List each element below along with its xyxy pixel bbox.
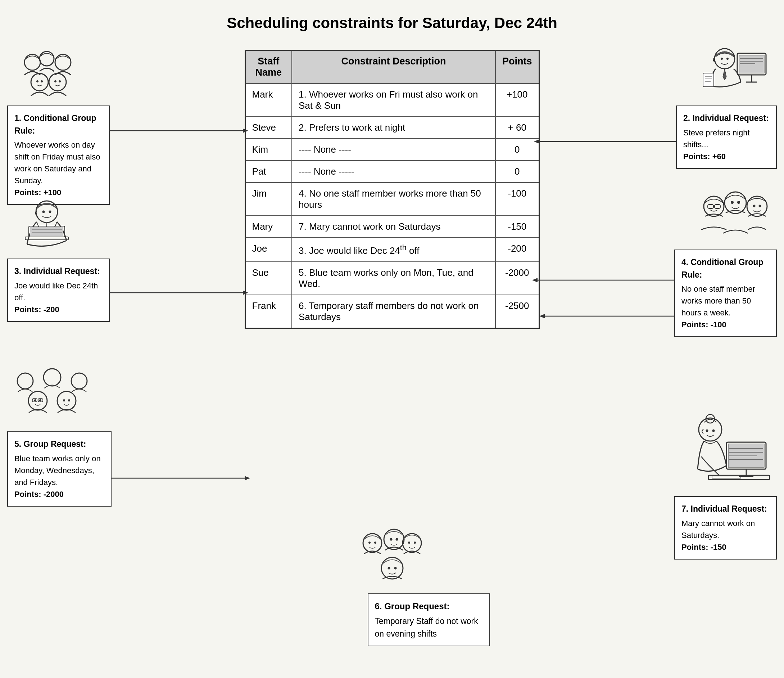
constraint-frank: 6. Temporary staff members do not work o… — [292, 295, 495, 328]
box5-text: Blue team works only on Monday, Wednesda… — [14, 453, 104, 488]
svg-point-72 — [403, 534, 421, 552]
svg-point-19 — [721, 58, 723, 60]
points-sue: -2000 — [495, 262, 539, 295]
arrow-box2-steve — [532, 136, 676, 147]
box2: 2. Individual Request: Steve prefers nig… — [676, 106, 777, 169]
svg-point-29 — [49, 210, 51, 213]
illustration-bottom-left — [11, 359, 93, 428]
svg-point-42 — [731, 201, 734, 204]
staff-name-kim: Kim — [245, 139, 292, 161]
illustration-top-left — [11, 42, 83, 104]
box7-text: Mary cannot work on Saturdays. — [681, 517, 770, 541]
box2-points: Points: +60 — [683, 151, 770, 162]
svg-point-51 — [17, 373, 33, 389]
svg-rect-21 — [703, 73, 714, 87]
man-computer-svg — [698, 42, 773, 104]
svg-point-45 — [753, 205, 756, 207]
svg-point-7 — [54, 80, 56, 83]
staff-name-mark: Mark — [245, 84, 292, 117]
box6-text: Temporary Staff do not work on evening s… — [375, 615, 483, 640]
svg-marker-64 — [245, 476, 250, 480]
page-title: Scheduling constraints for Saturday, Dec… — [0, 0, 784, 42]
box7: 7. Individual Request: Mary cannot work … — [674, 496, 777, 560]
staff-name-joe: Joe — [245, 238, 292, 262]
illustration-top-right — [698, 42, 773, 104]
table-row: Mary 7. Mary cannot work on Saturdays -1… — [245, 216, 539, 238]
schedule-table-container: StaffName Constraint Description Points … — [245, 50, 540, 329]
svg-point-91 — [712, 430, 715, 432]
box4-title: 4. Conditional Group Rule: — [681, 256, 770, 281]
points-steve: + 60 — [495, 117, 539, 139]
svg-point-77 — [394, 567, 397, 570]
constraint-joe: 3. Joe would like Dec 24th off — [292, 238, 495, 262]
svg-rect-12 — [739, 55, 764, 73]
svg-point-73 — [408, 542, 410, 544]
svg-point-88 — [699, 418, 722, 441]
staff-name-frank: Frank — [245, 295, 292, 328]
svg-point-55 — [57, 391, 76, 410]
box1-title: 1. Conditional Group Rule: — [14, 112, 103, 137]
box3-points: Points: -200 — [14, 304, 103, 315]
group-center-svg — [353, 521, 432, 586]
box3-text: Joe would like Dec 24th off. — [14, 280, 103, 304]
schedule-table: StaffName Constraint Description Points … — [245, 50, 540, 329]
table-row: Frank 6. Temporary staff members do not … — [245, 295, 539, 328]
svg-point-68 — [374, 542, 376, 544]
svg-point-4 — [49, 73, 66, 91]
table-row: Jim 4. No one staff member works more th… — [245, 182, 539, 216]
box6: 6. Group Request: Temporary Staff do not… — [368, 593, 490, 646]
svg-rect-32 — [30, 227, 63, 236]
box5-points: Points: -2000 — [14, 488, 104, 500]
constraint-jim: 4. No one staff member works more than 5… — [292, 182, 495, 216]
box4: 4. Conditional Group Rule: No one staff … — [674, 249, 777, 337]
staff-name-steve: Steve — [245, 117, 292, 139]
svg-point-90 — [706, 430, 708, 432]
points-frank: -2500 — [495, 295, 539, 328]
box7-points: Points: -150 — [681, 541, 770, 553]
box1-text: Whoever works on day shift on Friday mus… — [14, 139, 103, 187]
svg-point-59 — [68, 399, 70, 402]
arrow-box3-joe — [110, 287, 254, 298]
table-row: Pat ---- None ----- 0 — [245, 161, 539, 182]
constraint-pat: ---- None ----- — [292, 161, 495, 182]
arrow-box5-sue — [112, 473, 255, 483]
svg-rect-38 — [708, 204, 714, 209]
staff-name-sue: Sue — [245, 262, 292, 295]
points-mary: -150 — [495, 216, 539, 238]
svg-rect-30 — [25, 237, 68, 240]
box3-title: 3. Individual Request: — [14, 265, 103, 277]
svg-point-2 — [55, 55, 71, 70]
svg-point-0 — [25, 55, 40, 70]
box6-title: 6. Group Request: — [375, 600, 483, 613]
illustration-mid-right — [694, 183, 773, 248]
svg-point-8 — [59, 80, 61, 83]
col-header-staff: StaffName — [245, 50, 292, 84]
col-header-constraint: Constraint Description — [292, 50, 495, 84]
svg-point-5 — [36, 80, 39, 83]
points-joe: -200 — [495, 238, 539, 262]
points-pat: 0 — [495, 161, 539, 182]
svg-point-6 — [40, 80, 43, 83]
arrow-box4-jim — [530, 275, 674, 285]
svg-point-58 — [63, 399, 65, 402]
constraint-kim: ---- None ---- — [292, 139, 495, 161]
table-row: Kim ---- None ---- 0 — [245, 139, 539, 161]
svg-point-46 — [759, 205, 761, 207]
box3: 3. Individual Request: Joe would like De… — [7, 259, 110, 322]
box4-points: Points: -100 — [681, 319, 770, 330]
box2-text: Steve prefers night shifts... — [683, 127, 770, 151]
constraint-sue: 5. Blue team works only on Mon, Tue, and… — [292, 262, 495, 295]
constraint-mark: 1. Whoever works on Fri must also work o… — [292, 84, 495, 117]
svg-point-75 — [381, 557, 403, 579]
svg-point-57 — [39, 399, 41, 402]
constraint-steve: 2. Prefers to work at night — [292, 117, 495, 139]
svg-point-65 — [363, 534, 382, 552]
constraint-mary: 7. Mary cannot work on Saturdays — [292, 216, 495, 238]
staff-name-jim: Jim — [245, 182, 292, 216]
illustration-bottom-center — [353, 521, 432, 586]
svg-point-69 — [384, 529, 404, 549]
points-kim: 0 — [495, 139, 539, 161]
points-mark: +100 — [495, 84, 539, 117]
arrow-box1-mark — [110, 125, 254, 136]
group-glasses-svg — [694, 183, 773, 248]
